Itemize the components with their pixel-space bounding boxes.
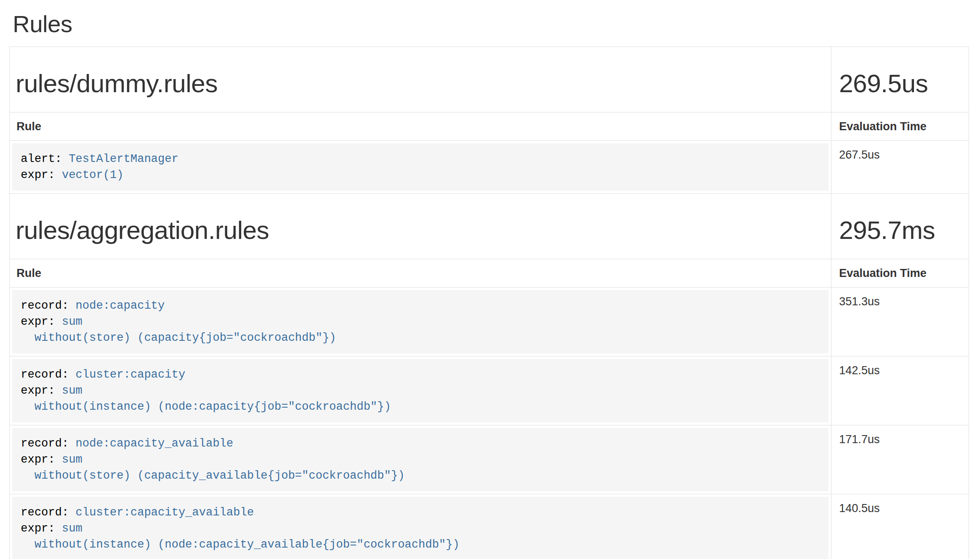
- rule-group-eval-time: 269.5us: [839, 70, 963, 98]
- rule-link[interactable]: vector(1): [62, 169, 124, 181]
- rule-row: alert:TestAlertManagerexpr:vector(1) 267…: [10, 140, 969, 193]
- rule-code-block: record:node:capacityexpr:sum without(sto…: [12, 290, 829, 353]
- rule-row: record:cluster:capacityexpr:sum without(…: [10, 356, 969, 425]
- rule-code-block: record:cluster:capacity_availableexpr:su…: [12, 497, 829, 559]
- rule-cell: record:node:capacity_availableexpr:sum w…: [10, 425, 831, 494]
- rule-group-eval-time: 295.7ms: [839, 216, 963, 244]
- rule-eval-time: 351.3us: [831, 288, 969, 356]
- rule-link[interactable]: sum without(store) (capacity{job="cockro…: [21, 315, 336, 344]
- eval-column-header: Evaluation Time: [831, 259, 969, 287]
- rule-link[interactable]: sum without(instance) (node:capacity_ava…: [21, 522, 460, 551]
- rule-group-file: rules/aggregation.rules: [16, 216, 825, 244]
- rule-keyword: expr:: [21, 453, 55, 466]
- page-title: Rules: [13, 11, 969, 37]
- rule-eval-time: 142.5us: [831, 356, 969, 425]
- rule-keyword: expr:: [21, 384, 55, 397]
- rules-table: rules/dummy.rules 269.5us Rule Evaluatio…: [9, 47, 969, 559]
- rule-keyword: record:: [21, 506, 69, 519]
- rule-group-eval-time-cell: 269.5us: [831, 47, 969, 112]
- rule-keyword: record:: [21, 299, 69, 312]
- rule-row: record:cluster:capacity_availableexpr:su…: [10, 494, 969, 559]
- rule-row: record:node:capacity_availableexpr:sum w…: [10, 425, 969, 494]
- rule-cell: record:node:capacityexpr:sum without(sto…: [10, 288, 831, 356]
- rule-link[interactable]: node:capacity_available: [76, 437, 234, 450]
- rule-link[interactable]: TestAlertManager: [69, 153, 178, 165]
- rule-keyword: expr:: [21, 169, 55, 181]
- rules-page: Rules rules/dummy.rules 269.5us Rule Eva…: [0, 11, 980, 559]
- rule-row: record:node:capacityexpr:sum without(sto…: [10, 288, 969, 356]
- rule-keyword: alert:: [21, 153, 62, 165]
- rule-link[interactable]: cluster:capacity: [76, 368, 185, 381]
- rule-code-block: alert:TestAlertManagerexpr:vector(1): [12, 143, 829, 191]
- rule-column-header: Rule: [10, 259, 831, 287]
- rule-link[interactable]: sum without(store) (capacity_available{j…: [21, 453, 405, 482]
- rule-code-block: record:node:capacity_availableexpr:sum w…: [12, 428, 829, 491]
- rule-eval-time: 140.5us: [831, 494, 969, 559]
- rule-eval-time: 267.5us: [831, 140, 969, 193]
- rule-cell: alert:TestAlertManagerexpr:vector(1): [10, 140, 831, 193]
- rule-group-file: rules/dummy.rules: [16, 70, 825, 98]
- rule-link[interactable]: sum without(instance) (node:capacity{job…: [21, 384, 391, 413]
- rule-link[interactable]: cluster:capacity_available: [76, 506, 254, 519]
- rule-keyword: record:: [21, 368, 69, 381]
- column-header-row: Rule Evaluation Time: [10, 112, 969, 140]
- rule-group-header-row: rules/dummy.rules 269.5us: [10, 47, 969, 112]
- rule-code-block: record:cluster:capacityexpr:sum without(…: [12, 359, 829, 422]
- rule-cell: record:cluster:capacity_availableexpr:su…: [10, 494, 831, 559]
- rule-group-eval-time-cell: 295.7ms: [831, 193, 969, 259]
- rule-keyword: expr:: [21, 315, 55, 328]
- rule-column-header: Rule: [10, 112, 831, 140]
- column-header-row: Rule Evaluation Time: [10, 259, 969, 287]
- rule-group-file-cell: rules/dummy.rules: [10, 47, 831, 112]
- rule-group-file-cell: rules/aggregation.rules: [10, 193, 831, 259]
- rule-keyword: expr:: [21, 522, 55, 535]
- rule-cell: record:cluster:capacityexpr:sum without(…: [10, 356, 831, 425]
- rule-eval-time: 171.7us: [831, 425, 969, 494]
- eval-column-header: Evaluation Time: [831, 112, 969, 140]
- rule-group-header-row: rules/aggregation.rules 295.7ms: [10, 193, 969, 259]
- rule-link[interactable]: node:capacity: [76, 299, 165, 312]
- rule-keyword: record:: [21, 437, 69, 450]
